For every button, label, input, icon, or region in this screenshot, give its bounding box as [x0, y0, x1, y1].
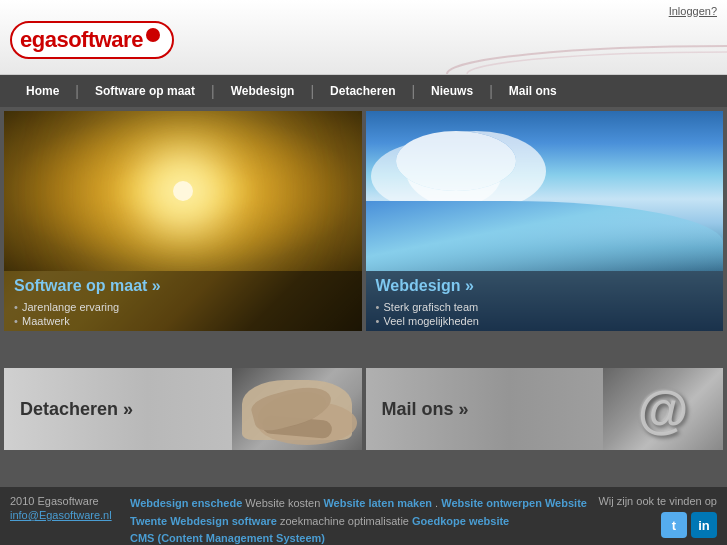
header: Inloggen? egasoftwarenl [0, 0, 727, 75]
footer: 2010 Egasoftware info@Egasoftware.nl Web… [0, 487, 727, 545]
logo-container: egasoftwarenl [10, 21, 174, 59]
nav-mailons[interactable]: Mail ons [493, 75, 573, 107]
inloggen-link[interactable]: Inloggen? [669, 5, 717, 17]
footer-link-webdesign-software[interactable]: Webdesign software [170, 515, 277, 527]
panel-webdesign[interactable]: Webdesign » Sterk grafisch team Veel mog… [366, 111, 724, 331]
webdesign-title[interactable]: Webdesign » [376, 277, 714, 295]
nav-detacheren[interactable]: Detacheren [314, 75, 411, 107]
header-arc [427, 44, 727, 74]
software-title[interactable]: Software op maat » [14, 277, 352, 295]
logo-suffix: software [56, 27, 142, 52]
panel-software[interactable]: Software op maat » Jarenlange ervaring M… [4, 111, 362, 331]
software-bullet-3: Betrouwbaar [14, 329, 352, 331]
footer-text-1: Website kosten [245, 497, 323, 509]
footer-links: Webdesign enschede Website kosten Websit… [130, 495, 588, 545]
panel-mail[interactable]: Mail ons » @ [366, 368, 724, 450]
nav-nieuws[interactable]: Nieuws [415, 75, 489, 107]
footer-text-5: zoekmachine optimalisatie [280, 515, 412, 527]
webdesign-bullet-3: Voordelig [376, 329, 714, 331]
footer-copyright: 2010 Egasoftware [10, 495, 120, 507]
footer-social: Wij zijn ook te vinden op t in [598, 495, 717, 538]
footer-link-website-ontwerpen[interactable]: Website ontwerpen [441, 497, 542, 509]
panel-detacheren[interactable]: Detacheren » [4, 368, 362, 450]
linkedin-icon[interactable]: in [691, 512, 717, 538]
social-icons: t in [661, 512, 717, 538]
software-bullet-1: Jarenlange ervaring [14, 301, 352, 313]
webdesign-image [366, 111, 724, 271]
webdesign-bullet-2: Veel mogelijkheden [376, 315, 714, 327]
svg-point-1 [467, 52, 727, 74]
footer-email[interactable]: info@Egasoftware.nl [10, 509, 120, 521]
footer-link-webdesign-enschede[interactable]: Webdesign enschede [130, 497, 242, 509]
nav-webdesign[interactable]: Webdesign [215, 75, 311, 107]
footer-link-goedkope-website[interactable]: Goedkope website [412, 515, 509, 527]
mail-image: @ [603, 368, 723, 450]
nav-software[interactable]: Software op maat [79, 75, 211, 107]
svg-point-0 [447, 46, 727, 74]
footer-left: 2010 Egasoftware info@Egasoftware.nl [10, 495, 120, 521]
nav-bar: Home | Software op maat | Webdesign | De… [0, 75, 727, 107]
footer-link-cms[interactable]: CMS (Content Management Systeem) [130, 532, 325, 544]
webdesign-bullet-1: Sterk grafisch team [376, 301, 714, 313]
logo-text: egasoftwarenl [20, 27, 160, 53]
at-symbol: @ [638, 379, 689, 439]
software-lower: Software op maat » Jarenlange ervaring M… [4, 271, 362, 331]
webdesign-lower: Webdesign » Sterk grafisch team Veel mog… [366, 271, 724, 331]
software-bullet-2: Maatwerk [14, 315, 352, 327]
twitter-icon[interactable]: t [661, 512, 687, 538]
logo-prefix: ega [20, 27, 56, 52]
main-content: Software op maat » Jarenlange ervaring M… [0, 107, 727, 487]
footer-social-label: Wij zijn ook te vinden op [598, 495, 717, 507]
mail-title[interactable]: Mail ons » [366, 399, 485, 420]
footer-link-website-laten-maken[interactable]: Website laten maken [323, 497, 432, 509]
nav-home[interactable]: Home [10, 75, 75, 107]
software-image [4, 111, 362, 271]
logo-dot: nl [146, 28, 160, 42]
detacheren-title[interactable]: Detacheren » [4, 399, 149, 420]
detacheren-image [232, 368, 362, 450]
